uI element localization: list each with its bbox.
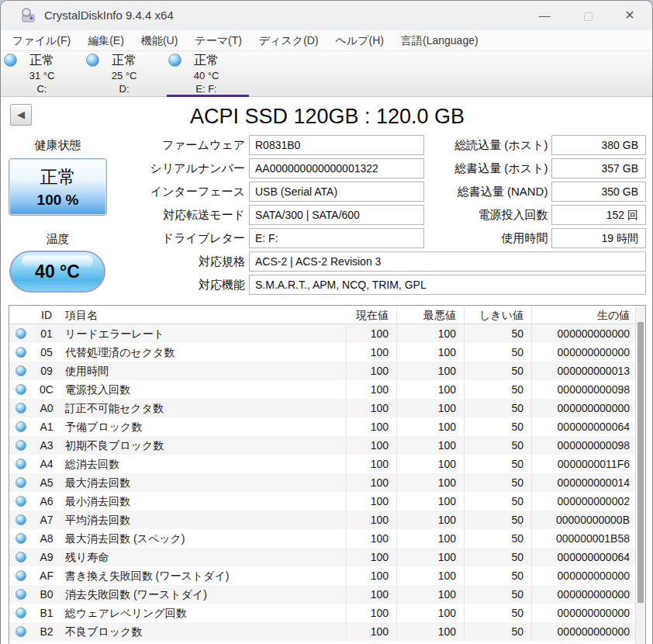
- attribute-threshold: 50: [465, 417, 532, 436]
- smart-table-row[interactable]: A0 訂正不可能セクタ数 100 100 50 000000000000: [9, 399, 645, 417]
- header-raw-value[interactable]: 生の値: [532, 306, 636, 324]
- attribute-name: 最大消去回数 (スペック): [60, 529, 347, 548]
- attribute-current: 100: [347, 548, 397, 566]
- smart-table-row[interactable]: 09 使用時間 100 100 50 000000000013: [9, 362, 645, 380]
- smart-table-row[interactable]: 0C 電源投入回数 100 100 50 000000000098: [9, 380, 645, 399]
- minimize-button[interactable]: —: [528, 1, 561, 30]
- attribute-raw-value: 000000001B58: [532, 529, 636, 548]
- attribute-current: 100: [347, 417, 397, 436]
- smart-table-row[interactable]: A3 初期不良ブロック数 100 100 50 000000000098: [9, 436, 645, 455]
- attribute-worst: 100: [397, 362, 465, 380]
- attribute-threshold: 50: [465, 566, 532, 585]
- smart-table-body: 01 リードエラーレート 100 100 50 000000000000 05 …: [9, 324, 645, 641]
- attribute-current: 100: [347, 324, 397, 343]
- smart-table-row[interactable]: B1 総ウェアレベリング回数 100 100 50 000000000000: [9, 604, 645, 622]
- smart-table-row[interactable]: A9 残り寿命 100 100 50 000000000064: [9, 548, 645, 566]
- health-orb-icon: [86, 54, 99, 67]
- info-field-value: S.M.A.R.T., APM, NCQ, TRIM, GPL: [249, 275, 646, 295]
- smart-table-row[interactable]: B2 不良ブロック数 100 100 50 000000000000: [9, 622, 645, 641]
- drive-info-fields-right: 総読込量 (ホスト) 380 GB 総書込量 (ホスト) 357 GB 総書込量…: [424, 135, 646, 248]
- smart-table-row[interactable]: A8 最大消去回数 (スペック) 100 100 50 000000001B58: [9, 529, 645, 548]
- attribute-status-orb-icon: [16, 440, 26, 451]
- smart-table-row[interactable]: B0 消去失敗回数 (ワーストダイ) 100 100 50 0000000000…: [9, 585, 645, 604]
- attribute-current: 100: [347, 511, 397, 529]
- drive-tab[interactable]: 正常 40 °C E: F:: [165, 51, 247, 98]
- info-field: 電源投入回数 152 回: [424, 205, 646, 225]
- menu-item[interactable]: 機能(U): [133, 30, 186, 50]
- drive-letter: E: F:: [165, 82, 247, 95]
- table-scrollbar[interactable]: [635, 306, 645, 644]
- attribute-worst: 100: [397, 622, 465, 641]
- attribute-worst: 100: [397, 585, 465, 604]
- attribute-threshold: 50: [465, 548, 532, 566]
- attribute-name: 消去失敗回数 (ワーストダイ): [60, 585, 347, 604]
- attribute-threshold: 50: [465, 455, 532, 473]
- menu-item[interactable]: ファイル(F): [4, 30, 79, 50]
- attribute-name: 平均消去回数: [60, 511, 347, 529]
- header-id[interactable]: ID: [33, 306, 60, 324]
- row-orb-cell: [9, 455, 33, 473]
- attribute-raw-value: 000000000064: [532, 548, 636, 566]
- info-field-value: 380 GB: [551, 135, 646, 155]
- attribute-status-orb-icon: [16, 496, 26, 507]
- smart-table-header: ID 項目名 現在値 最悪値 しきい値 生の値: [9, 306, 645, 324]
- smart-table-row[interactable]: AF 書き換え失敗回数 (ワーストダイ) 100 100 50 00000000…: [9, 566, 645, 585]
- row-orb-cell: [9, 511, 33, 529]
- attribute-raw-value: 000000000000: [532, 566, 636, 585]
- attribute-name: 書き換え失敗回数 (ワーストダイ): [60, 566, 347, 585]
- smart-table-row[interactable]: 01 リードエラーレート 100 100 50 000000000000: [9, 324, 645, 343]
- attribute-status-orb-icon: [16, 459, 26, 469]
- attribute-worst: 100: [397, 604, 465, 622]
- attribute-threshold: 50: [465, 399, 532, 417]
- app-icon: [20, 7, 37, 24]
- info-field-label: 総書込量 (NAND): [424, 185, 548, 199]
- info-field-label: インターフェース: [1, 185, 245, 199]
- attribute-status-orb-icon: [16, 552, 26, 563]
- attribute-name: 予備ブロック数: [60, 417, 347, 436]
- attribute-threshold: 50: [465, 436, 532, 455]
- attribute-worst: 100: [397, 343, 465, 362]
- attribute-status-orb-icon: [16, 347, 26, 358]
- info-field: インターフェース USB (Serial ATA): [1, 182, 424, 202]
- info-field-value: AA000000000000001322: [249, 158, 424, 178]
- smart-table-row[interactable]: A6 最小消去回数 100 100 50 000000000002: [9, 492, 645, 511]
- smart-table-row[interactable]: 05 代替処理済のセクタ数 100 100 50 000000000000: [9, 343, 645, 362]
- info-field-label: シリアルナンバー: [1, 161, 245, 176]
- attribute-threshold: 50: [465, 604, 532, 622]
- menu-item[interactable]: テーマ(T): [186, 30, 250, 50]
- menu-item[interactable]: 言語(Language): [392, 30, 487, 50]
- attribute-status-orb-icon: [16, 608, 26, 618]
- header-current[interactable]: 現在値: [347, 306, 397, 324]
- smart-table-row[interactable]: A4 総消去回数 100 100 50 0000000011F6: [9, 455, 645, 473]
- app-window: CrystalDiskInfo 9.4.4 x64 — ✕ ファイル(F)編集(…: [0, 0, 653, 644]
- drive-tab[interactable]: 正常 25 °C D:: [83, 51, 165, 98]
- drive-temperature: 25 °C: [83, 69, 165, 82]
- smart-table-row[interactable]: A1 予備ブロック数 100 100 50 000000000064: [9, 417, 645, 436]
- menu-item[interactable]: ヘルプ(H): [327, 30, 392, 50]
- attribute-current: 100: [347, 585, 397, 604]
- row-orb-cell: [9, 380, 33, 399]
- drive-tab[interactable]: 正常 31 °C C:: [1, 51, 83, 98]
- info-field-label: 総読込量 (ホスト): [424, 138, 548, 153]
- attribute-raw-value: 000000000000: [532, 324, 636, 343]
- maximize-button[interactable]: [572, 1, 604, 30]
- attribute-id: A3: [33, 436, 60, 455]
- attribute-worst: 100: [397, 399, 465, 417]
- info-field: 総書込量 (NAND) 350 GB: [424, 182, 646, 202]
- smart-table-row[interactable]: A7 平均消去回数 100 100 50 00000000000B: [9, 511, 645, 529]
- header-threshold[interactable]: しきい値: [465, 306, 532, 324]
- header-name[interactable]: 項目名: [60, 306, 347, 324]
- table-scrollbar-thumb[interactable]: [637, 322, 644, 603]
- menu-item[interactable]: ディスク(D): [250, 30, 327, 50]
- header-worst[interactable]: 最悪値: [397, 306, 465, 324]
- attribute-status-orb-icon: [16, 403, 26, 414]
- attribute-id: AF: [33, 566, 60, 585]
- menu-item[interactable]: 編集(E): [79, 30, 133, 50]
- attribute-threshold: 50: [465, 511, 532, 529]
- attribute-raw-value: 000000000000: [532, 399, 636, 417]
- smart-table-row[interactable]: A5 最大消去回数 100 100 50 000000000014: [9, 473, 645, 492]
- attribute-worst: 100: [397, 529, 465, 548]
- close-button[interactable]: ✕: [613, 1, 646, 30]
- row-orb-cell: [9, 436, 33, 455]
- info-field-value: ACS-2 | ACS-2 Revision 3: [249, 251, 646, 272]
